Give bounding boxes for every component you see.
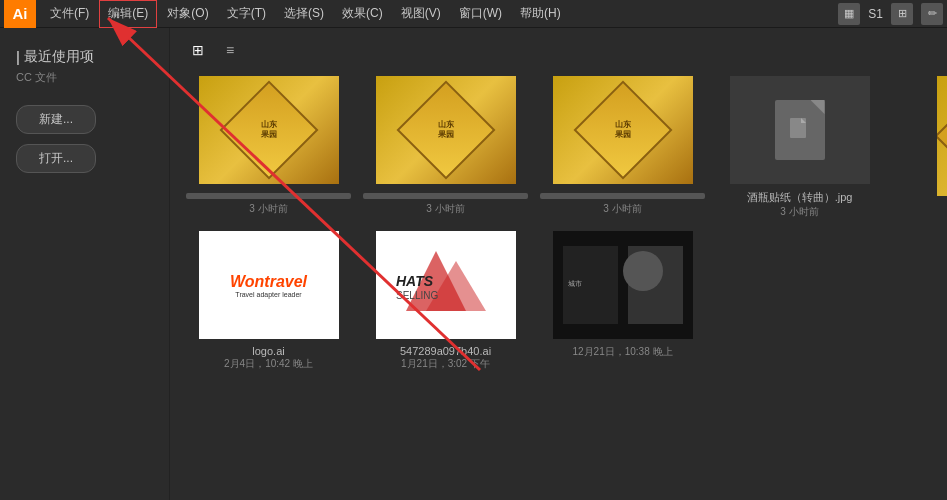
new-button[interactable]: 新建... (16, 105, 96, 134)
main-container: 最近使用项 CC 文件 新建... 打开... ⊞ ≡ 山东果园 3 小时前 (0, 28, 947, 500)
ai-logo: Ai (4, 0, 36, 28)
file-item[interactable]: 城市 12月21日，10:38 晚上 (540, 231, 705, 371)
menu-object[interactable]: 对象(O) (159, 0, 216, 28)
list-view-button[interactable]: ≡ (218, 40, 242, 60)
file-item[interactable]: 山东果园 3 小时前 (363, 76, 528, 219)
file-thumbnail: 城市 (553, 231, 693, 339)
diamond-text: 山东果园 (438, 120, 454, 139)
file-date: 3 小时前 (780, 205, 818, 219)
file-meta-bar (186, 193, 351, 199)
file-thumbnail (730, 76, 870, 184)
menu-right-icons: ▦ S1 ⊞ ✏ (838, 3, 943, 25)
file-thumbnail: 山东果园 (553, 76, 693, 184)
file-meta-bar (540, 193, 705, 199)
file-name: logo.ai (252, 345, 284, 357)
file-date: 12月21日，10:38 晚上 (572, 345, 672, 359)
file-thumbnail: 山东果园 (199, 76, 339, 184)
svg-point-10 (623, 251, 663, 291)
menu-file[interactable]: 文件(F) (42, 0, 97, 28)
file-date: 1月21日，3:02 下午 (401, 357, 490, 371)
menu-bar: Ai 文件(F) 编辑(E) 对象(O) 文字(T) 选择(S) 效果(C) 视… (0, 0, 947, 28)
file-thumbnail: Wontravel Travel adapter leader (199, 231, 339, 339)
svg-text:SELLING: SELLING (396, 290, 438, 301)
file-item[interactable]: 酒瓶贴纸（转曲）.jpg 3 小时前 (717, 76, 882, 219)
menu-view[interactable]: 视图(V) (393, 0, 449, 28)
file-date: 2月4日，10:42 晚上 (224, 357, 313, 371)
view-controls: ⊞ ≡ (186, 40, 931, 60)
menu-edit[interactable]: 编辑(E) (99, 0, 157, 28)
svg-text:HATS: HATS (396, 273, 434, 289)
content-area: ⊞ ≡ 山东果园 3 小时前 山东果园 (170, 28, 947, 500)
pen-icon: ✏ (921, 3, 943, 25)
profile-s: S1 (868, 7, 883, 21)
sidebar: 最近使用项 CC 文件 新建... 打开... (0, 28, 170, 500)
open-button[interactable]: 打开... (16, 144, 96, 173)
svg-text:城市: 城市 (567, 280, 582, 287)
sidebar-section-title: 最近使用项 (16, 48, 153, 66)
file-thumbnail (937, 76, 948, 196)
file-item[interactable]: 山东果园 3 小时前 (540, 76, 705, 219)
menu-select[interactable]: 选择(S) (276, 0, 332, 28)
menu-help[interactable]: 帮助(H) (512, 0, 569, 28)
sidebar-section-sub: CC 文件 (16, 70, 153, 85)
file-date: 3 小时前 (249, 202, 287, 216)
file-item[interactable]: 4 (894, 76, 947, 219)
diamond-text: 山东果园 (615, 120, 631, 139)
grid-view-button[interactable]: ⊞ (186, 40, 210, 60)
grid-icon: ⊞ (891, 3, 913, 25)
arrange-icon: ▦ (838, 3, 860, 25)
menu-effect[interactable]: 效果(C) (334, 0, 391, 28)
wontravel-sub: Travel adapter leader (235, 291, 301, 298)
menu-window[interactable]: 窗口(W) (451, 0, 510, 28)
wontravel-title: Wontravel (230, 273, 307, 291)
menu-text[interactable]: 文字(T) (219, 0, 274, 28)
file-name: 酒瓶贴纸（转曲）.jpg (747, 190, 853, 205)
file-name: 547289a097b40.ai (400, 345, 491, 357)
file-item[interactable]: Wontravel Travel adapter leader logo.ai … (186, 231, 351, 371)
diamond-text: 山东果园 (261, 120, 277, 139)
file-item[interactable]: 山东果园 3 小时前 (186, 76, 351, 219)
file-thumbnail: 山东果园 (376, 76, 516, 184)
file-item[interactable]: HATS SELLING 547289a097b40.ai 1月21日，3:02… (363, 231, 528, 371)
files-grid: 山东果园 3 小时前 山东果园 3 小时前 (186, 76, 931, 371)
menu-items: 文件(F) 编辑(E) 对象(O) 文字(T) 选择(S) 效果(C) 视图(V… (42, 0, 838, 28)
file-meta-bar (363, 193, 528, 199)
file-date: 3 小时前 (426, 202, 464, 216)
file-date: 3 小时前 (603, 202, 641, 216)
doc-icon (775, 100, 825, 160)
file-thumbnail: HATS SELLING (376, 231, 516, 339)
